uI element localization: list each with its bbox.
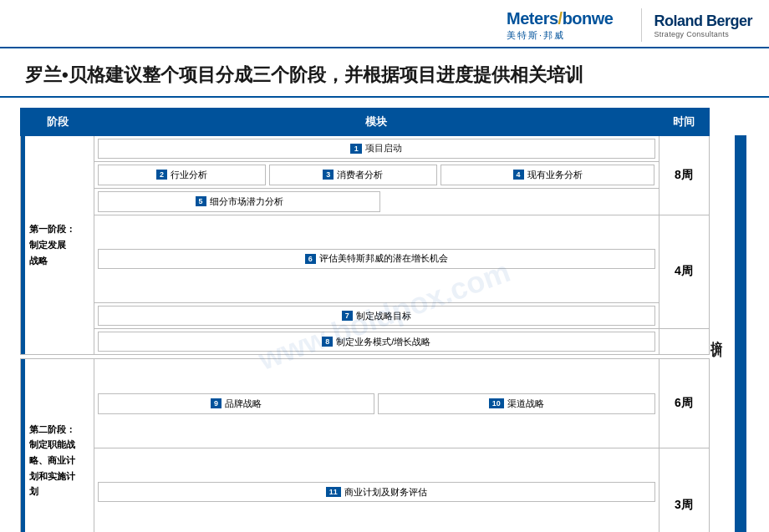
module-7-box: 7 制定战略目标 bbox=[98, 306, 655, 326]
module-4-label: 现有业务分析 bbox=[527, 169, 583, 181]
module-5-num: 5 bbox=[196, 196, 206, 206]
module-9-num: 9 bbox=[211, 398, 222, 408]
module-2-num: 2 bbox=[156, 170, 167, 180]
module-5-label: 细分市场潜力分析 bbox=[210, 195, 283, 208]
module-5-spacer bbox=[384, 191, 654, 212]
time-3w-1: 3周 bbox=[659, 448, 709, 532]
arrow-col bbox=[732, 135, 749, 532]
module-2-label: 行业分析 bbox=[171, 169, 207, 181]
col-header-training bbox=[709, 108, 732, 135]
module-11-box: 11 商业计划及财务评估 bbox=[98, 482, 655, 502]
module-3-label: 消费者分析 bbox=[337, 169, 383, 181]
rb-subtitle: Strategy Consultants bbox=[654, 30, 729, 38]
col-header-module: 模块 bbox=[94, 108, 660, 135]
module-1-cell: 1 项目启动 bbox=[94, 135, 660, 161]
col-header-arrow bbox=[732, 108, 749, 135]
module-10-box: 10 渠道战略 bbox=[378, 393, 654, 414]
module-3-num: 3 bbox=[323, 170, 334, 180]
module-1-label: 项目启动 bbox=[365, 142, 402, 155]
logo-metersbonwe: Meters/bonwe 美特斯·邦威 bbox=[507, 9, 613, 42]
time-8w: 8周 bbox=[659, 135, 709, 215]
phase-1-row-4: 6 评估美特斯邦威的潜在增长机会 4周 bbox=[21, 215, 750, 303]
phase-1-row-3: 5 细分市场潜力分析 bbox=[21, 188, 750, 215]
module-2-box: 2 行业分析 bbox=[98, 165, 266, 185]
module-9-box: 9 品牌战略 bbox=[98, 393, 374, 414]
module-8-num: 8 bbox=[322, 337, 333, 347]
phase-2-row: 第二阶段：制定职能战略、商业计划和实施计划 9 品牌战略 10 渠道战略 bbox=[21, 359, 750, 448]
module-9-10-cell: 9 品牌战略 10 渠道战略 bbox=[94, 359, 660, 448]
module-11-label: 商业计划及财务评估 bbox=[344, 486, 427, 499]
phase-1-row-5: 7 制定战略目标 bbox=[21, 303, 750, 329]
module-6-label: 评估美特斯邦威的潜在增长机会 bbox=[319, 252, 448, 265]
col-header-time: 时间 bbox=[659, 108, 709, 135]
table-header: 阶段 模块 时间 bbox=[21, 108, 750, 135]
module-7-label: 制定战略目标 bbox=[356, 310, 411, 322]
phase-1-row-2: 2 行业分析 3 消费者分析 4 现有业务分析 bbox=[21, 161, 750, 188]
header: Meters/bonwe 美特斯·邦威 Roland Berger Strate… bbox=[0, 0, 769, 48]
module-8-box: 8 制定业务模式/增长战略 bbox=[98, 332, 655, 352]
module-6-num: 6 bbox=[305, 254, 316, 264]
module-10-num: 10 bbox=[489, 398, 504, 408]
module-2-4-cell: 2 行业分析 3 消费者分析 4 现有业务分析 bbox=[94, 161, 660, 188]
module-8-cell: 8 制定业务模式/增长战略 bbox=[94, 329, 660, 355]
module-5-cell: 5 细分市场潜力分析 bbox=[94, 188, 660, 215]
module-2-4-row: 2 行业分析 3 消费者分析 4 现有业务分析 bbox=[98, 165, 655, 185]
training-text: 培训 bbox=[710, 331, 725, 341]
main-table: 阶段 模块 时间 第一阶段： 制定发展 战略 1 项目启动 bbox=[20, 108, 749, 532]
module-10-label: 渠道战略 bbox=[507, 398, 544, 410]
time-empty-1 bbox=[659, 329, 709, 355]
module-7-cell: 7 制定战略目标 bbox=[94, 303, 660, 329]
module-6-box: 6 评估美特斯邦威的潜在增长机会 bbox=[98, 249, 655, 269]
page-title: 罗兰•贝格建议整个项目分成三个阶段，并根据项目进度提供相关培训 bbox=[25, 63, 744, 88]
module-11-cell: 11 商业计划及财务评估 bbox=[94, 448, 660, 532]
rb-name: Roland Berger bbox=[654, 13, 752, 30]
module-1-box: 1 项目启动 bbox=[98, 139, 655, 159]
module-5-row: 5 细分市场潜力分析 bbox=[98, 191, 655, 212]
module-1-num: 1 bbox=[350, 144, 362, 154]
title-area: 罗兰•贝格建议整个项目分成三个阶段，并根据项目进度提供相关培训 bbox=[0, 48, 769, 98]
phase-2-label: 第二阶段：制定职能战略、商业计划和实施计划 bbox=[21, 359, 94, 532]
module-11-num: 11 bbox=[326, 487, 341, 497]
time-6w: 6周 bbox=[659, 359, 709, 448]
module-6-cell: 6 评估美特斯邦威的潜在增长机会 bbox=[94, 215, 660, 303]
logo-rolandberger: Roland Berger Strategy Consultants bbox=[654, 13, 752, 38]
training-label-cell: 培训 bbox=[709, 135, 732, 532]
module-3-box: 3 消费者分析 bbox=[269, 165, 437, 185]
module-4-num: 4 bbox=[513, 170, 524, 180]
phase-1-row-6: 8 制定业务模式/增长战略 bbox=[21, 329, 750, 355]
module-4-box: 4 现有业务分析 bbox=[441, 165, 655, 185]
module-9-label: 品牌战略 bbox=[225, 398, 262, 410]
phase-1-row: 第一阶段： 制定发展 战略 1 项目启动 8周 培训 bbox=[21, 135, 750, 161]
phase-2-row-2: 11 商业计划及财务评估 3周 bbox=[21, 448, 750, 532]
module-5-box: 5 细分市场潜力分析 bbox=[98, 191, 380, 212]
col-header-phase: 阶段 bbox=[21, 108, 94, 135]
phase-1-label: 第一阶段： 制定发展 战略 bbox=[21, 135, 94, 355]
module-8-label: 制定业务模式/增长战略 bbox=[336, 336, 430, 348]
time-4w: 4周 bbox=[659, 215, 709, 329]
module-7-num: 7 bbox=[342, 311, 353, 321]
module-9-10-row: 9 品牌战略 10 渠道战略 bbox=[98, 393, 655, 414]
logo-metersbonwe-cn: 美特斯·邦威 bbox=[507, 29, 613, 42]
